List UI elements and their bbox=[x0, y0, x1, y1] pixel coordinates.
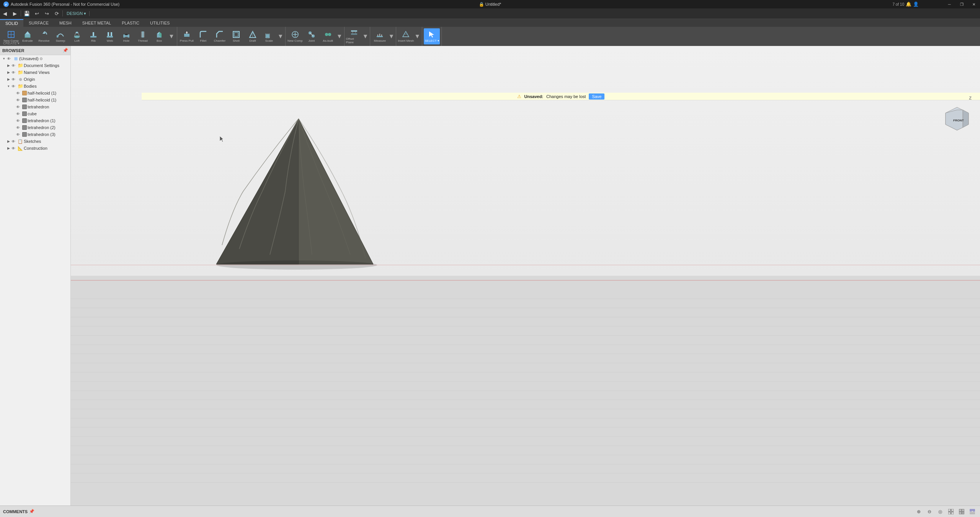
redo-btn-2[interactable]: ⟳ bbox=[52, 8, 62, 18]
svg-line-44 bbox=[310, 33, 313, 36]
tree-half-helicoid-1[interactable]: 👁 half-helicoid (1) bbox=[0, 90, 70, 97]
tree-tetrahedron-3[interactable]: 👁 tetrahedron (3) bbox=[0, 131, 70, 138]
nav-forward-btn[interactable]: ▶ bbox=[10, 8, 20, 18]
scale-btn[interactable]: Scale bbox=[261, 28, 277, 44]
construct-more-btn[interactable]: ▼ bbox=[363, 33, 369, 40]
tetra3-eye[interactable]: 👁 bbox=[15, 132, 21, 137]
tree-tetrahedron-2[interactable]: 👁 tetrahedron (2) bbox=[0, 124, 70, 131]
tetra-eye[interactable]: 👁 bbox=[15, 104, 21, 110]
zoom-to-fit-btn[interactable]: ◎ bbox=[936, 507, 945, 516]
doc-settings-eye[interactable]: 👁 bbox=[11, 63, 16, 68]
thread-btn[interactable]: Thread bbox=[135, 28, 151, 44]
tab-plastic[interactable]: PLASTIC bbox=[116, 19, 145, 27]
tree-tetrahedron[interactable]: 👁 tetrahedron bbox=[0, 103, 70, 110]
tree-origin[interactable]: ▶ 👁 ⊕ Origin bbox=[0, 76, 70, 83]
grid-toggle-btn[interactable] bbox=[946, 507, 956, 516]
lock-icon: 🔒 bbox=[479, 2, 484, 7]
cube-eye[interactable]: 👁 bbox=[15, 111, 21, 116]
tab-sheet-metal[interactable]: SHEET METAL bbox=[77, 19, 116, 27]
hole-btn[interactable]: Hole bbox=[118, 28, 134, 44]
chamfer-btn[interactable]: Chamfer bbox=[212, 28, 228, 44]
tree-half-helicoid-2[interactable]: 👁 half-helicoid (1) bbox=[0, 97, 70, 103]
root-settings-icon[interactable]: ⚙ bbox=[39, 57, 43, 61]
grid-icon bbox=[948, 509, 954, 514]
web-btn[interactable]: Web bbox=[102, 28, 118, 44]
tetrahedron-1-label: tetrahedron (1) bbox=[28, 118, 56, 123]
hh1-eye[interactable]: 👁 bbox=[15, 90, 21, 96]
comments-pin[interactable]: 📌 bbox=[29, 509, 34, 514]
save-button[interactable]: Save bbox=[589, 93, 604, 100]
close-btn[interactable]: ✕ bbox=[968, 0, 980, 8]
tree-named-views[interactable]: ▶ 👁 📁 Named Views bbox=[0, 69, 70, 76]
hole-icon bbox=[122, 31, 130, 38]
root-eye[interactable]: 👁 bbox=[6, 56, 11, 61]
tab-mesh[interactable]: MESH bbox=[54, 19, 77, 27]
tree-cube[interactable]: 👁 cube bbox=[0, 110, 70, 117]
tab-utilities[interactable]: UTILITIES bbox=[145, 19, 175, 27]
top-nav-bar: ◀ ▶ 💾 ↩ ↪ ⟳ DESIGN ▾ bbox=[0, 8, 980, 18]
sweep-btn[interactable]: Sweep bbox=[52, 28, 69, 44]
minimize-btn[interactable]: ─ bbox=[943, 0, 956, 8]
nav-back-btn[interactable]: ◀ bbox=[0, 8, 10, 18]
tetra2-eye[interactable]: 👁 bbox=[15, 125, 21, 130]
bodies-eye[interactable]: 👁 bbox=[11, 83, 16, 89]
hh2-eye[interactable]: 👁 bbox=[15, 97, 21, 103]
env-settings-btn[interactable] bbox=[968, 507, 977, 516]
browser-tree: ▾ 👁 ⊞ (Unsaved) ⚙ ▶ 👁 📁 Document Setting… bbox=[0, 55, 70, 506]
svg-rect-5 bbox=[25, 34, 30, 38]
browser-panel: BROWSER 📌 ▾ 👁 ⊞ (Unsaved) ⚙ ▶ 👁 📁 Docume… bbox=[0, 46, 71, 506]
revolve-btn[interactable]: Revolve bbox=[36, 28, 52, 44]
tree-sketches[interactable]: ▶ 👁 📋 Sketches bbox=[0, 138, 70, 145]
shell-btn[interactable]: Shell bbox=[228, 28, 244, 44]
fit-to-window-btn[interactable]: ⊕ bbox=[914, 507, 923, 516]
draft-btn[interactable]: Draft bbox=[245, 28, 261, 44]
tab-surface[interactable]: SURFACE bbox=[23, 19, 54, 27]
modify-more-btn[interactable]: ▼ bbox=[278, 33, 284, 40]
view-cube[interactable]: FRONT bbox=[942, 105, 972, 136]
save-btn-top[interactable]: 💾 bbox=[22, 8, 32, 18]
redo-btn[interactable]: ↪ bbox=[42, 8, 52, 18]
joint-btn[interactable]: Joint bbox=[304, 28, 320, 44]
tree-bodies[interactable]: ▾ 👁 📁 Bodies bbox=[0, 83, 70, 90]
tree-construction[interactable]: ▶ 👁 📐 Construction bbox=[0, 145, 70, 152]
loft-btn[interactable]: Loft bbox=[69, 28, 85, 44]
tetra1-eye[interactable]: 👁 bbox=[15, 118, 21, 123]
fillet-btn[interactable]: Fillet bbox=[195, 28, 211, 44]
user-icon[interactable]: 👤 bbox=[913, 2, 919, 7]
bell-icon[interactable]: 🔔 bbox=[906, 2, 911, 7]
rib-btn[interactable]: Rib bbox=[85, 28, 101, 44]
extrude-btn[interactable]: Extrude bbox=[20, 28, 36, 44]
origin-eye[interactable]: 👁 bbox=[11, 77, 16, 82]
box-btn[interactable]: Box bbox=[151, 28, 167, 44]
sketches-arrow: ▶ bbox=[6, 139, 11, 143]
viewport[interactable]: ⚠ Unsaved: Changes may be lost Save Z FR… bbox=[71, 46, 980, 506]
named-views-eye[interactable]: 👁 bbox=[11, 70, 16, 75]
assemble-more-btn[interactable]: ▼ bbox=[336, 33, 343, 40]
design-mode-label[interactable]: DESIGN ▾ bbox=[64, 11, 90, 16]
tree-doc-settings[interactable]: ▶ 👁 📁 Document Settings bbox=[0, 62, 70, 69]
tree-root[interactable]: ▾ 👁 ⊞ (Unsaved) ⚙ bbox=[0, 55, 70, 62]
press-pull-btn[interactable]: Press Pull bbox=[179, 28, 195, 44]
tetra-icon bbox=[22, 105, 27, 109]
root-label: (Unsaved) bbox=[19, 56, 39, 61]
construction-eye[interactable]: 👁 bbox=[11, 146, 16, 151]
create-more-btn[interactable]: ▼ bbox=[168, 33, 175, 40]
new-component-assemble-btn[interactable]: New Comp bbox=[287, 28, 303, 44]
tree-tetrahedron-1[interactable]: 👁 tetrahedron (1) bbox=[0, 117, 70, 124]
insert-more-btn[interactable]: ▼ bbox=[414, 33, 420, 40]
zoom-out-btn[interactable]: ⊖ bbox=[925, 507, 934, 516]
as-built-joint-btn[interactable]: As-built bbox=[320, 28, 336, 44]
display-mode-btn[interactable] bbox=[957, 507, 966, 516]
sketches-eye[interactable]: 👁 bbox=[11, 139, 16, 144]
browser-pin-icon[interactable]: 📌 bbox=[63, 48, 68, 53]
cursor bbox=[220, 136, 225, 144]
inspect-more-btn[interactable]: ▼ bbox=[388, 33, 394, 40]
select-btn[interactable]: SELECT ▾ bbox=[424, 28, 440, 44]
measure-btn[interactable]: Measure bbox=[372, 28, 388, 44]
insert-mesh-btn[interactable]: Insert Mesh bbox=[398, 28, 414, 44]
restore-btn[interactable]: ❐ bbox=[956, 0, 968, 8]
undo-btn[interactable]: ↩ bbox=[32, 8, 42, 18]
tab-solid[interactable]: SOLID bbox=[0, 19, 23, 27]
hh2-arrow bbox=[11, 98, 15, 102]
offset-plane-btn[interactable]: Offset Plane bbox=[346, 28, 362, 44]
